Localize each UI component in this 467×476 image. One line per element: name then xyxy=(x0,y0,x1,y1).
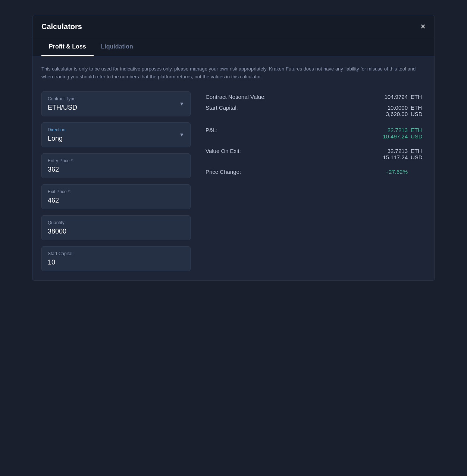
direction-select[interactable]: Direction Long ▼ xyxy=(41,122,191,147)
price-change-row: Price Change: +27.62% xyxy=(206,166,426,177)
contract-notional-row: Contract Notional Value: 104.9724 ETH xyxy=(206,91,426,102)
direction-label: Direction xyxy=(48,127,65,132)
start-capital-field: Start Capital: xyxy=(41,246,191,271)
direction-value: Long xyxy=(48,135,65,143)
value-on-exit-usd: 15,117.24 USD xyxy=(295,154,426,160)
calculator-modal: Calculators × Profit & Loss Liquidation … xyxy=(32,15,435,281)
pnl-label: P&L: xyxy=(206,127,295,133)
price-change-label: Price Change: xyxy=(206,169,295,175)
value-on-exit-eth: 32.7213 ETH xyxy=(295,148,426,154)
start-capital-input[interactable] xyxy=(48,259,184,266)
disclaimer-text: This calculator is only to be used for i… xyxy=(41,65,426,81)
modal-body: This calculator is only to be used for i… xyxy=(32,56,435,280)
modal-header: Calculators × xyxy=(32,15,435,38)
entry-price-input[interactable] xyxy=(48,166,184,173)
start-capital-eth-value: 10.0000 ETH xyxy=(295,104,426,111)
inputs-panel: Contract Type ETH/USD ▼ Direction Long ▼… xyxy=(41,91,191,271)
tab-profit-loss[interactable]: Profit & Loss xyxy=(41,38,94,56)
price-change-value: +27.62% xyxy=(295,169,426,175)
start-capital-result-label: Start Capital: xyxy=(206,104,295,111)
start-capital-usd-value: 3,620.00 USD xyxy=(295,111,426,117)
start-capital-label: Start Capital: xyxy=(48,251,184,256)
entry-price-field: Entry Price *: xyxy=(41,153,191,178)
exit-price-input[interactable] xyxy=(48,197,184,204)
pnl-row: P&L: 22.7213 ETH 10,497.24 USD xyxy=(206,125,426,142)
start-capital-result-row: Start Capital: 10.0000 ETH 3,620.00 USD xyxy=(206,102,426,119)
results-table: Contract Notional Value: 104.9724 ETH St… xyxy=(206,91,426,177)
contract-type-select[interactable]: Contract Type ETH/USD ▼ xyxy=(41,91,191,116)
exit-price-field: Exit Price *: xyxy=(41,184,191,209)
entry-price-label: Entry Price *: xyxy=(48,158,184,163)
contract-type-label: Contract Type xyxy=(48,96,77,101)
modal-title: Calculators xyxy=(41,22,82,31)
contract-notional-label: Contract Notional Value: xyxy=(206,94,295,100)
exit-price-label: Exit Price *: xyxy=(48,189,184,194)
quantity-label: Quantity: xyxy=(48,220,184,225)
contract-type-arrow-icon: ▼ xyxy=(179,101,184,107)
contract-type-value: ETH/USD xyxy=(48,104,77,112)
pnl-usd-value: 10,497.24 USD xyxy=(295,133,426,140)
results-panel: Contract Notional Value: 104.9724 ETH St… xyxy=(206,91,426,271)
tab-liquidation[interactable]: Liquidation xyxy=(94,38,141,56)
pnl-eth-value: 22.7213 ETH xyxy=(295,127,426,133)
quantity-field: Quantity: xyxy=(41,215,191,240)
quantity-input[interactable] xyxy=(48,228,184,235)
contract-notional-value: 104.9724 ETH xyxy=(295,94,426,100)
value-on-exit-label: Value On Exit: xyxy=(206,148,295,154)
value-on-exit-row: Value On Exit: 32.7213 ETH 15,117.24 USD xyxy=(206,145,426,163)
tab-bar: Profit & Loss Liquidation xyxy=(32,38,435,56)
close-button[interactable]: × xyxy=(420,22,426,31)
direction-arrow-icon: ▼ xyxy=(179,132,184,138)
calculator-layout: Contract Type ETH/USD ▼ Direction Long ▼… xyxy=(41,91,426,271)
